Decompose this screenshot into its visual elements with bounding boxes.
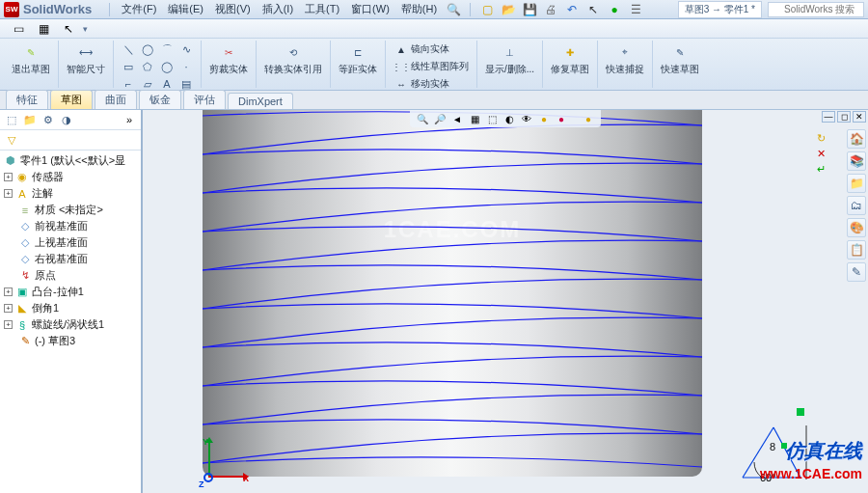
sensor-icon: ◉	[15, 171, 29, 184]
menu-view[interactable]: 视图(V)	[209, 0, 257, 18]
exit-sketch-button[interactable]: ✎ 退出草图	[8, 41, 54, 78]
render-icon[interactable]: ●	[582, 112, 595, 125]
menu-help[interactable]: 帮助(H)	[395, 0, 443, 18]
heads-up-toolbar: 🔍 🔎 ◄ ▦ ⬚ ◐ 👁 ● ● ●	[410, 110, 601, 127]
display-tab-icon[interactable]: ◑	[60, 113, 73, 126]
line-tool-icon[interactable]: ▭	[11, 21, 26, 37]
file-explorer-tab-icon[interactable]: 📁	[847, 174, 866, 193]
custom-props-tab-icon[interactable]: 📋	[847, 240, 866, 260]
offset-button[interactable]: ⊏ 等距实体	[335, 41, 381, 78]
prev-view-icon[interactable]: ◄	[450, 112, 464, 125]
ok-icon[interactable]: ↵	[812, 162, 829, 176]
cancel-icon[interactable]: ✕	[812, 147, 829, 160]
expand-toggle[interactable]: +	[4, 320, 13, 329]
box-tool-icon[interactable]: ▦	[36, 21, 51, 37]
confirmation-corner: ↻ ✕ ↵	[812, 131, 829, 176]
view-orient-icon[interactable]: ⬚	[485, 112, 499, 125]
orientation-triad[interactable]: X Y Z	[201, 439, 249, 487]
appearances-tab-icon[interactable]: 🎨	[847, 218, 866, 237]
tab-evaluate[interactable]: 评估	[183, 90, 226, 109]
menu-insert[interactable]: 插入(I)	[257, 0, 299, 18]
filter-icon[interactable]: ▽	[5, 133, 18, 147]
hide-show-icon[interactable]: 👁	[520, 112, 533, 125]
search-input[interactable]	[768, 2, 864, 17]
tab-dimxpert[interactable]: DimXpert	[228, 93, 293, 109]
slot-icon[interactable]: ▱	[141, 77, 154, 91]
design-lib-tab-icon[interactable]: 📚	[847, 151, 866, 171]
search-icon[interactable]: 🔍	[446, 2, 461, 17]
select-icon[interactable]: ↖	[585, 2, 601, 17]
display-delete-button[interactable]: ⊥ 显示/删除...	[481, 41, 538, 78]
display-style-icon[interactable]: ◐	[502, 112, 516, 125]
mirror-button[interactable]: ▲镜向实体	[390, 41, 473, 58]
menu-edit[interactable]: 编辑(E)	[162, 0, 209, 18]
menu-tools[interactable]: 工具(T)	[299, 0, 345, 18]
plane-icon[interactable]: ▤	[179, 77, 193, 91]
section-view-icon[interactable]: ▦	[468, 112, 481, 125]
rapid-sketch-button[interactable]: ✎ 快速草图	[657, 41, 703, 78]
menu-file[interactable]: 文件(F)	[116, 0, 162, 18]
line-icon[interactable]: ＼	[122, 42, 135, 56]
expand-toggle[interactable]: +	[4, 304, 13, 313]
new-icon[interactable]: ▢	[479, 2, 495, 17]
rotate-icon[interactable]: ↻	[812, 131, 829, 145]
arc-icon[interactable]: ⌒	[160, 42, 174, 56]
minimize-icon[interactable]: —	[822, 111, 835, 123]
expand-icon[interactable]: »	[122, 113, 136, 126]
tree-tab-icon[interactable]: 📁	[23, 113, 37, 126]
tree-item-label: 材质 <未指定>	[35, 203, 103, 217]
quick-snap-button[interactable]: ⌖ 快速捕捉	[602, 41, 648, 78]
tab-sheetmetal[interactable]: 钣金	[139, 90, 181, 109]
tab-surfaces[interactable]: 曲面	[95, 90, 137, 109]
document-label: 草图3 → 零件1 *	[678, 1, 762, 18]
text-icon[interactable]: A	[160, 77, 174, 91]
polygon-icon[interactable]: ⬠	[141, 60, 154, 73]
save-icon[interactable]: 💾	[522, 2, 537, 17]
app-title: SolidWorks	[23, 2, 92, 16]
pattern-button[interactable]: ⋮⋮线性草图阵列	[390, 58, 473, 75]
rapid-icon: ✎	[670, 42, 690, 62]
tree-root[interactable]: ⬢ 零件1 (默认<<默认>显	[2, 152, 139, 169]
resources-tab-icon[interactable]: 🏠	[847, 129, 866, 149]
view-palette-tab-icon[interactable]: 🗂	[847, 196, 866, 215]
feature-tree[interactable]: ⬢ 零件1 (默认<<默认>显 +◉传感器 +A注解 ≡材质 <未指定> ◇前视…	[0, 151, 141, 351]
tree-item-label: 注解	[32, 186, 53, 201]
tree-item-label: (-) 草图3	[35, 334, 75, 348]
pointer-icon[interactable]: ↖	[61, 21, 76, 37]
config-tab-icon[interactable]: ⬚	[5, 113, 18, 126]
menu-window[interactable]: 窗口(W)	[345, 0, 395, 18]
appearance-icon[interactable]: ●	[555, 112, 568, 125]
rebuild-icon[interactable]: ●	[607, 2, 622, 17]
print-icon[interactable]: 🖨	[543, 2, 558, 17]
scene-icon[interactable]: ●	[537, 112, 551, 125]
document-recovery-tab-icon[interactable]: ✎	[847, 262, 866, 282]
spline-icon[interactable]: ∿	[179, 42, 193, 56]
prop-tab-icon[interactable]: ⚙	[41, 113, 55, 126]
tree-root-label: 零件1 (默认<<默认>显	[20, 153, 125, 168]
close-icon[interactable]: ✕	[853, 111, 866, 123]
tab-sketch[interactable]: 草图	[50, 90, 93, 109]
ellipse-icon[interactable]: ◯	[160, 60, 174, 73]
tab-features[interactable]: 特征	[6, 90, 48, 109]
convert-button[interactable]: ⟲ 转换实体引用	[260, 41, 326, 78]
zoom-area-icon[interactable]: 🔎	[433, 112, 447, 125]
fillet-icon[interactable]: ⌐	[122, 77, 135, 91]
open-icon[interactable]: 📂	[501, 2, 516, 17]
zoom-fit-icon[interactable]: 🔍	[416, 112, 429, 125]
move-button[interactable]: ↔移动实体	[390, 75, 473, 93]
expand-toggle[interactable]: +	[4, 173, 13, 181]
trim-button[interactable]: ✂ 剪裁实体	[205, 41, 252, 78]
expand-toggle[interactable]: +	[4, 189, 13, 198]
rect-icon[interactable]: ▭	[122, 60, 135, 73]
expand-toggle[interactable]: +	[4, 288, 13, 296]
point-icon[interactable]: ·	[179, 60, 193, 73]
smart-dimension-button[interactable]: ⟷ 智能尺寸	[63, 41, 109, 78]
undo-icon[interactable]: ↶	[564, 2, 580, 17]
dimension-8[interactable]: 8	[770, 441, 775, 452]
maximize-icon[interactable]: ◻	[837, 111, 851, 123]
options-icon[interactable]: ☰	[628, 2, 643, 17]
circle-icon[interactable]: ◯	[141, 42, 154, 56]
dimension-icon: ⟷	[76, 42, 95, 62]
repair-button[interactable]: ✚ 修复草图	[547, 41, 593, 78]
graphics-viewport[interactable]: 🔍 🔎 ◄ ▦ ⬚ ◐ 👁 ● ● ● — ◻ ✕ ↻ ✕ ↵ 1CAE.COM	[143, 110, 868, 493]
